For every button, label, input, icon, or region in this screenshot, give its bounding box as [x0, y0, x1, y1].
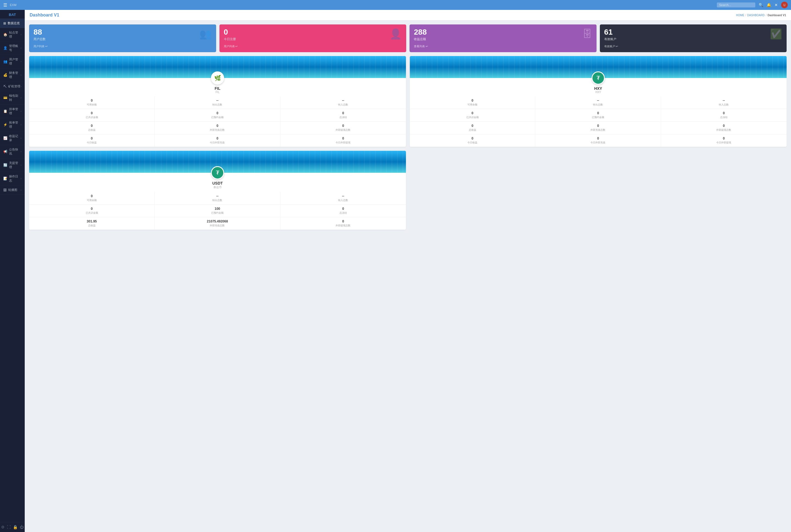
main-content: Dashboard V1 HOME / DASHBOARD / Dashboar… — [25, 10, 791, 532]
breadcrumb-current: Dashboard V1 — [768, 14, 786, 17]
search-input[interactable] — [717, 2, 755, 7]
orders-icon: 📋 — [3, 109, 7, 113]
sidebar-item-orders[interactable]: 📋 排单管理 › — [0, 104, 25, 118]
sidebar-item-label: 站点管理 — [9, 31, 21, 39]
settings-icon[interactable]: ⚙ — [1, 525, 5, 529]
breadcrumb: HOME / DASHBOARD / Dashboard V1 — [736, 14, 786, 17]
users-stat-icon: 👥 — [199, 28, 212, 40]
content-area: 88 用户总数 用户列表 ↩ 👥 0 今日注册 用户列表 ↩ — [25, 21, 791, 238]
sidebar-item-earnings[interactable]: 📈 收益记录 › — [0, 132, 25, 145]
fil-stat-extrecharge: 0 外部充值总数 — [155, 122, 280, 134]
stat-link-accounts[interactable]: 有效账户 ↩ — [604, 44, 618, 48]
fil-logo: 🌿 — [211, 71, 224, 84]
menu-icon[interactable]: ☰ — [3, 2, 7, 8]
chevron-icon: › — [21, 33, 21, 36]
fil-stat-frozen: 0 总冻结 — [281, 109, 406, 122]
sidebar-item-account[interactable]: 👤 管理账号 › — [0, 41, 25, 55]
coins-grid: 🌿 FIL FIL 0 可用余额 -- 转出总数 — [29, 56, 787, 147]
rush-icon: ⚡ — [3, 123, 7, 127]
earnings-stat-icon: 🗄 — [582, 28, 592, 40]
stat-number-earnings: 288 — [414, 28, 428, 36]
grid-icon[interactable]: ⛶ — [7, 525, 11, 529]
usdt-stats-row2: 0已共识金额 100已预约金额 0总冻结 — [29, 205, 406, 217]
close-icon[interactable]: ✕ — [774, 3, 778, 7]
sidebar-item-label: 公告快讯 — [9, 148, 21, 156]
usdt-subtitle: 泰达币 — [29, 185, 406, 189]
fil-stats-row2: 0 已共识金额 0 已预约金额 0 总冻结 — [29, 109, 406, 122]
fil-stat-totalearnings: 0 总收益 — [29, 122, 155, 134]
fil-stat-todaywithdraw: 0 今日外部提现 — [281, 134, 406, 147]
sidebar-item-label: 用户管理 — [9, 57, 21, 65]
stat-link-register[interactable]: 用户列表 ↩ — [224, 44, 238, 48]
avatar[interactable]: U — [781, 2, 788, 8]
stat-label-earnings: 收益总额 — [414, 37, 428, 41]
stat-label-register: 今日注册 — [224, 37, 238, 41]
sidebar-item-rush[interactable]: ⚡ 抢单管理 › — [0, 118, 25, 132]
breadcrumb-home[interactable]: HOME — [736, 14, 744, 17]
chevron-icon: › — [21, 164, 21, 167]
stat-link-earnings[interactable]: 查看列表 ↩ — [414, 44, 428, 48]
stat-link-users[interactable]: 用户列表 ↩ — [34, 44, 47, 48]
sidebar-item-label: 充提管理 — [9, 161, 21, 169]
account-icon: 👤 — [3, 46, 7, 50]
fil-stat-in: -- 转入总数 — [281, 96, 406, 109]
site-icon: 🏠 — [3, 33, 7, 37]
sidebar-item-label: 矿机管理 — [8, 84, 20, 89]
breadcrumb-sep1: / — [746, 14, 746, 17]
usdt-logo: ₮ — [211, 166, 224, 179]
chevron-icon: › — [21, 110, 21, 113]
page-header: Dashboard V1 HOME / DASHBOARD / Dashboar… — [25, 10, 791, 21]
usdt-name: USDT — [29, 181, 406, 185]
hxy-stats-row1: 0可用余额 --转出总数 --转入总数 — [410, 96, 787, 109]
stats-row: 88 用户总数 用户列表 ↩ 👥 0 今日注册 用户列表 ↩ — [29, 24, 787, 52]
layout: BAT ⊞ 数据总览 🏠 站点管理 › 👤 管理账号 › 👥 用户管理 — [0, 10, 791, 532]
usdt-stats-row3: 301.95总收益 21075.492068外部充值总数 0外部提现总数 — [29, 217, 406, 230]
recharge-icon: 🔄 — [3, 163, 7, 167]
fil-stat-todayrecharge: 0 今日外部充值 — [155, 134, 280, 147]
page-title: Dashboard V1 — [30, 13, 59, 18]
sidebar-item-users[interactable]: 👥 用户管理 › — [0, 55, 25, 69]
hxy-stats-row3: 0总收益 0外部充值总数 0外部提现总数 — [410, 122, 787, 134]
sidebar-brand: BAT — [0, 10, 25, 19]
sidebar-item-recharge[interactable]: 🔄 充提管理 › — [0, 158, 25, 172]
sidebar-item-finance[interactable]: 💰 财务管理 › — [0, 69, 25, 82]
hxy-name: HXY — [410, 86, 787, 91]
chevron-icon: › — [21, 47, 21, 50]
sidebar-item-dashboard[interactable]: ⊞ 数据总览 — [0, 19, 25, 28]
coin-card-usdt: ₮ USDT 泰达币 0可用余额 --转出总数 --转入总数 0已共识金额 10… — [29, 151, 406, 230]
chevron-icon: › — [21, 137, 21, 139]
sidebar-item-label: 数据总览 — [8, 21, 20, 25]
sidebar-item-label: 收益记录 — [9, 134, 21, 142]
sidebar-item-logs[interactable]: 📝 操作日志 › — [0, 172, 25, 185]
sidebar-item-carousel[interactable]: 🖼 轮播图 › — [0, 185, 25, 195]
fil-stat-extwithdraw: 0 外部提现总数 — [281, 122, 406, 134]
fil-logo-wrap: 🌿 — [29, 71, 406, 84]
news-icon: 📢 — [3, 150, 7, 154]
chevron-icon: › — [21, 189, 21, 191]
sidebar-item-wallet[interactable]: 💳 钱包划转 › — [0, 91, 25, 104]
sidebar-item-news[interactable]: 📢 公告快讯 › — [0, 145, 25, 158]
topbar-right: 🔍 🔔 ✕ U — [717, 2, 788, 8]
breadcrumb-middle[interactable]: DASHBOARD — [747, 14, 765, 17]
fil-stat-consensus: 0 已共识金额 — [29, 109, 155, 122]
search-icon[interactable]: 🔍 — [758, 3, 763, 7]
sidebar-item-site[interactable]: 🏠 站点管理 › — [0, 28, 25, 41]
lock-icon[interactable]: 🔒 — [13, 525, 18, 529]
fil-stat-todayearnings: 0 今日收益 — [29, 134, 155, 147]
brand-label: EXM — [10, 3, 17, 6]
hxy-subtitle: HXY — [410, 91, 787, 94]
sidebar-item-mining[interactable]: ⛏ 矿机管理 › — [0, 82, 25, 91]
stat-label-accounts: 有效账户 — [604, 37, 618, 41]
fil-subtitle: FIL — [29, 91, 406, 94]
chevron-icon: › — [21, 74, 21, 76]
stat-number-users: 88 — [34, 28, 47, 36]
sidebar-item-label: 抢单管理 — [9, 120, 21, 129]
register-stat-icon: 👤 — [389, 28, 402, 40]
logs-icon: 📝 — [3, 177, 7, 180]
notification-icon[interactable]: 🔔 — [767, 3, 771, 7]
power-icon[interactable]: ⏻ — [20, 525, 24, 529]
fil-stats-row3: 0 总收益 0 外部充值总数 0 外部提现总数 — [29, 122, 406, 134]
fil-stats-row4: 0 今日收益 0 今日外部充值 0 今日外部提现 — [29, 134, 406, 147]
fil-stat-balance: 0 可用余额 — [29, 96, 155, 109]
carousel-icon: 🖼 — [3, 188, 6, 192]
